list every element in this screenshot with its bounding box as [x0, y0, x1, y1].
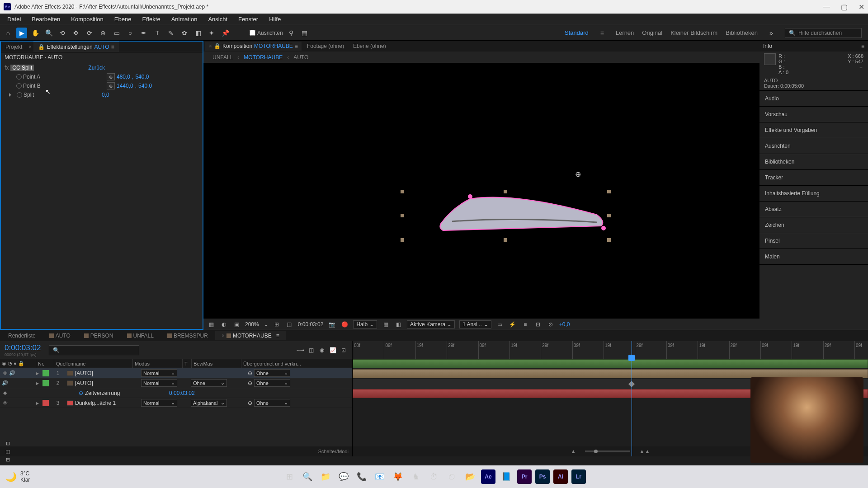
blend-mode-dropdown[interactable]: Normal⌄ — [141, 379, 177, 387]
track-matte-dropdown[interactable]: Ohne⌄ — [191, 379, 227, 387]
layer-bar-2[interactable] — [353, 369, 868, 378]
workspace-active[interactable]: Standard — [565, 29, 589, 36]
snap-grid-icon[interactable]: ▦ — [299, 28, 310, 38]
layer-color-label[interactable] — [42, 400, 49, 406]
workspace-small[interactable]: Kleiner Bildschirm — [670, 29, 717, 36]
workspace-original[interactable]: Original — [642, 29, 662, 36]
layer-color-label[interactable] — [42, 380, 49, 386]
fx-toggle-icon[interactable]: fx — [3, 65, 10, 71]
clone-tool-icon[interactable]: ✿ — [179, 28, 190, 38]
menu-hilfe[interactable]: Hilfe — [264, 14, 285, 24]
flowchart-auto[interactable]: AUTO — [293, 54, 308, 61]
zoom-in-icon[interactable]: ▲▲ — [639, 448, 650, 455]
zoom-tool-icon[interactable]: 🔍 — [43, 28, 54, 38]
layer-row[interactable]: ◆⊙ Zeitverzerrung0:00:03:02 — [0, 388, 352, 398]
pickwhip-icon[interactable]: ⊙ — [248, 400, 252, 406]
crosshair-icon[interactable]: ⊕ — [107, 82, 115, 89]
panel-menu-icon[interactable]: ≡ — [295, 43, 298, 49]
taskbar-app-icon[interactable]: Ae — [481, 469, 495, 484]
menu-fenster[interactable]: Fenster — [234, 14, 263, 24]
bbox-handle[interactable] — [504, 238, 507, 242]
blend-mode-dropdown[interactable]: Normal⌄ — [141, 369, 177, 377]
workspace-learn[interactable]: Lernen — [616, 29, 634, 36]
pan-tool-icon[interactable]: ✥ — [71, 28, 81, 38]
stopwatch-icon[interactable] — [17, 92, 22, 98]
taskbar-app-icon[interactable]: Pr — [517, 469, 532, 484]
layer-row[interactable]: 🔊▸2[AUTO]Normal⌄Ohne⌄⊙Ohne⌄ — [0, 378, 352, 388]
layer-row[interactable]: 👁🔊▸1[AUTO]Normal⌄⊙Ohne⌄ — [0, 368, 352, 378]
snap-checkbox[interactable]: Ausrichten — [250, 30, 283, 36]
taskbar-app-icon[interactable]: 🔍 — [300, 469, 315, 484]
weather-widget[interactable]: 🌙 3°C Klar — [5, 470, 30, 483]
stopwatch-icon[interactable] — [16, 83, 22, 89]
playhead-grip[interactable] — [628, 355, 635, 361]
roto-tool-icon[interactable]: ✦ — [206, 28, 217, 38]
panel-section[interactable]: Bibliotheken — [760, 154, 868, 170]
timeline-search-input[interactable]: 🔍 — [49, 345, 139, 355]
crosshair-icon[interactable]: ⊕ — [107, 73, 115, 80]
effect-controls-tab[interactable]: 🔒 Effekteinstellungen AUTO ≡ — [33, 42, 118, 52]
menu-ebene[interactable]: Ebene — [110, 14, 136, 24]
flowchart-icon[interactable]: ⊡ — [534, 320, 542, 328]
mask-icon[interactable]: ◐ — [220, 320, 228, 328]
stopwatch-icon[interactable]: ⊙ — [79, 390, 83, 396]
toggle-switches-icon[interactable]: ⊡ — [4, 439, 12, 447]
effect-cc-split[interactable]: fx CC Split Zurück — [3, 63, 201, 72]
time-ruler[interactable]: 00f09f19f29f09f19f29f09f19f29f09f19f29f0… — [353, 341, 868, 359]
panel-section[interactable]: Absatz — [760, 202, 868, 217]
toggle-modes-icon[interactable]: ◫ — [4, 447, 12, 455]
layer-row[interactable]: 👁▸3Dunkelg...äche 1Normal⌄Alphakanal⌄⊙Oh… — [0, 398, 352, 408]
track-matte-dropdown[interactable]: Alphakanal⌄ — [191, 399, 227, 407]
selection-tool-icon[interactable]: ▶ — [16, 28, 27, 38]
chevron-down-icon[interactable]: ⌄ — [264, 321, 268, 328]
fast-preview-icon[interactable]: ⚡ — [509, 320, 517, 328]
panel-section[interactable]: Zeichen — [760, 217, 868, 233]
alpha-icon[interactable]: ▦ — [207, 320, 215, 328]
eye-icon[interactable]: 👁 — [2, 400, 8, 406]
panel-section[interactable]: Tracker — [760, 170, 868, 186]
tab-close-icon[interactable]: × — [209, 43, 212, 49]
panel-section[interactable]: Inhaltsbasierte Füllung — [760, 186, 868, 202]
taskbar-app-icon[interactable]: 📧 — [373, 469, 387, 484]
keyframe-nav-icon[interactable]: ◆ — [2, 390, 8, 396]
snapshot-icon[interactable]: 📷 — [328, 320, 336, 328]
anchor-point-icon[interactable]: ⊕ — [574, 170, 581, 178]
current-time[interactable]: 0:00:03:02 — [298, 321, 324, 328]
taskbar-app-icon[interactable]: ♞ — [409, 469, 423, 484]
home-icon[interactable]: ⌂ — [3, 28, 14, 38]
ellipse-tool-icon[interactable]: ○ — [125, 28, 136, 38]
frame-blend-icon[interactable]: ◫ — [307, 346, 315, 354]
bbox-handle[interactable] — [607, 190, 611, 193]
panel-section[interactable]: Effekte und Vorgaben — [760, 122, 868, 138]
speaker-icon[interactable]: 🔊 — [2, 380, 8, 386]
footer-label[interactable]: Schalter/Modi — [318, 449, 349, 454]
panel-menu-icon[interactable]: ≡ — [111, 44, 114, 50]
menu-komposition[interactable]: Komposition — [66, 14, 108, 24]
menu-animation[interactable]: Animation — [167, 14, 202, 24]
graph-editor-icon[interactable]: 📈 — [329, 346, 337, 354]
shy-icon[interactable]: ⟿ — [296, 346, 304, 354]
toggle-in-out-icon[interactable]: ⊞ — [4, 455, 12, 464]
exposure-reset-icon[interactable]: ⊙ — [547, 320, 555, 328]
panel-section[interactable]: Audio — [760, 91, 868, 107]
workspace-libs[interactable]: Bibliotheken — [726, 29, 758, 36]
taskbar-app-icon[interactable]: Ps — [535, 469, 550, 484]
taskbar-app-icon[interactable]: 🦊 — [391, 469, 405, 484]
bbox-handle[interactable] — [607, 214, 611, 217]
timeline-tab[interactable]: AUTO — [43, 331, 77, 340]
rect-tool-icon[interactable]: ▭ — [111, 28, 122, 38]
parent-dropdown[interactable]: Ohne⌄ — [254, 379, 290, 387]
comp-viewer-tab[interactable]: × 🔒 Komposition MOTORHAUBE ≡ — [205, 42, 302, 51]
taskbar-app-icon[interactable]: ⏲ — [445, 469, 459, 484]
layer-color-label[interactable] — [42, 370, 49, 376]
brush-tool-icon[interactable]: ✎ — [165, 28, 176, 38]
disclosure-icon[interactable]: ▸ — [36, 400, 42, 406]
hand-tool-icon[interactable]: ✋ — [30, 28, 41, 38]
pixel-aspect-icon[interactable]: ▭ — [496, 320, 504, 328]
flowchart-motorhaube[interactable]: MOTORHAUBE — [244, 54, 283, 61]
region-icon[interactable]: ▣ — [232, 320, 241, 328]
point-a-y[interactable]: 540,0 — [135, 74, 149, 80]
channel-icon[interactable]: 🔴 — [340, 320, 349, 328]
transparency-icon[interactable]: ▦ — [382, 320, 390, 328]
speaker-icon[interactable]: 🔊 — [9, 370, 15, 376]
